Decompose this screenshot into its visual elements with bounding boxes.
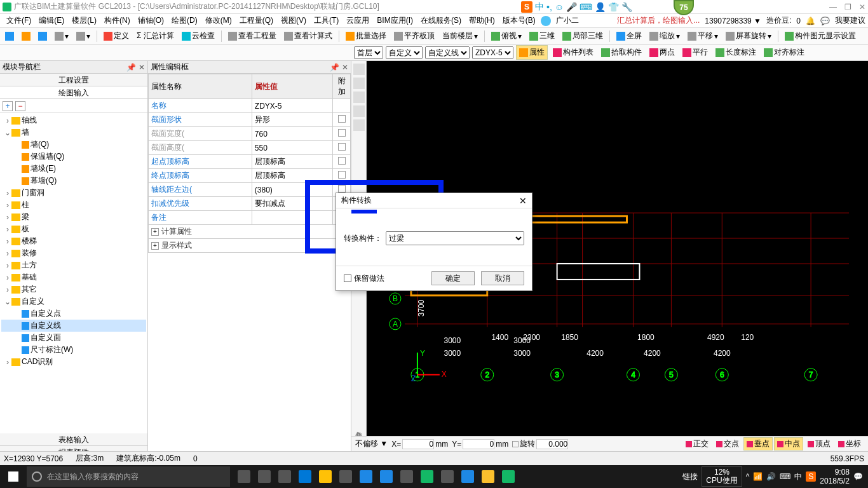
tree-item[interactable]: ›轴线 xyxy=(1,114,146,126)
zoom-button[interactable]: 缩放▾ xyxy=(647,29,682,43)
menu-view[interactable]: 视图(V) xyxy=(277,15,310,26)
task-view-icon[interactable] xyxy=(235,468,253,485)
property-table[interactable]: 属性名称 属性值 附加 名称ZDYX-5截面形状异形截面宽度(760截面高度(5… xyxy=(148,74,351,253)
y-input[interactable] xyxy=(463,439,494,449)
prop-value[interactable]: (380) xyxy=(252,183,332,197)
tree-item[interactable]: ›土方 xyxy=(1,259,146,271)
component-list-button[interactable]: 构件列表 xyxy=(550,46,596,59)
ime-punct-icon[interactable]: •, xyxy=(546,2,552,12)
snap-intersect[interactable]: 交点 xyxy=(713,437,742,451)
snap-perp[interactable]: 垂点 xyxy=(743,437,773,451)
ime-shirt-icon[interactable]: 👕 xyxy=(608,2,619,12)
define-button[interactable]: 定义 xyxy=(101,29,132,43)
tree-item[interactable]: 自定义线 xyxy=(1,320,146,332)
menu-quantity[interactable]: 工程量(Q) xyxy=(236,15,277,26)
open-button[interactable] xyxy=(19,30,33,42)
taskbar-folder[interactable] xyxy=(316,468,334,485)
tree-item[interactable]: 自定义面 xyxy=(1,332,146,344)
phone-number[interactable]: 13907298339 ▼ xyxy=(705,17,761,25)
undo-button[interactable]: ▾ xyxy=(52,30,71,42)
tree-item[interactable]: ›板 xyxy=(1,223,146,235)
sum-calc-button[interactable]: Σ 汇总计算 xyxy=(134,29,177,43)
tree-item[interactable]: ›装修 xyxy=(1,247,146,259)
ime-user-icon[interactable]: 👤 xyxy=(595,2,606,12)
cloud-check-button[interactable]: 云检查 xyxy=(179,29,217,43)
keep-method-checkbox[interactable] xyxy=(344,274,351,282)
cancel-button[interactable]: 取消 xyxy=(481,271,524,285)
suggest-button[interactable]: 我要建议 xyxy=(835,15,865,26)
start-button[interactable] xyxy=(0,465,27,488)
taskbar-store[interactable] xyxy=(337,468,355,485)
cpu-monitor[interactable]: 12%CPU使用 xyxy=(702,466,742,487)
tray-ime[interactable]: 中 xyxy=(794,471,802,482)
menu-help[interactable]: 帮助(H) xyxy=(465,15,499,26)
tree-item[interactable]: 幕墙(Q) xyxy=(1,175,146,187)
floor-select[interactable]: 首层 xyxy=(354,46,383,59)
vtool-2[interactable] xyxy=(353,78,365,89)
prop-checkbox[interactable] xyxy=(338,115,346,123)
tree-item[interactable]: ›门窗洞 xyxy=(1,187,146,199)
tray-clock[interactable]: 9:082018/5/2 xyxy=(820,468,850,486)
tree-item[interactable]: 尺寸标注(W) xyxy=(1,344,146,356)
tree-item[interactable]: ›楼梯 xyxy=(1,235,146,247)
pick-component-button[interactable]: 拾取构件 xyxy=(599,46,644,59)
tree-item[interactable]: 保温墙(Q) xyxy=(1,151,146,163)
tree-item[interactable]: ›基础 xyxy=(1,271,146,283)
tree-item[interactable]: 墙垛(E) xyxy=(1,163,146,175)
bell-icon[interactable]: 🔔 xyxy=(806,17,815,25)
minimize-button[interactable]: — xyxy=(829,3,837,11)
prop-value[interactable]: 异形 xyxy=(252,113,332,127)
pin-icon[interactable]: 📌 xyxy=(330,63,339,72)
vtool-3[interactable] xyxy=(353,92,365,103)
menu-floor[interactable]: 楼层(L) xyxy=(68,15,100,26)
tray-volume-icon[interactable]: 🔊 xyxy=(766,472,776,481)
prop-value[interactable]: 要扣减点 xyxy=(252,197,332,211)
view-quantity-button[interactable]: 查看工程量 xyxy=(226,29,279,43)
tray-notification-icon[interactable]: 💬 xyxy=(853,472,863,481)
menu-cloud[interactable]: 云应用 xyxy=(342,15,373,26)
prop-checkbox[interactable] xyxy=(338,143,346,151)
taskbar-edge[interactable] xyxy=(296,468,314,485)
vtool-5[interactable] xyxy=(353,119,365,131)
ime-emoji-icon[interactable]: ☺ xyxy=(555,2,564,12)
menu-tool[interactable]: 工具(T) xyxy=(310,15,342,26)
prop-value[interactable]: 550 xyxy=(252,141,332,155)
tree-item[interactable]: 墙(Q) xyxy=(1,139,146,151)
taskbar-app-2[interactable] xyxy=(276,468,294,485)
tree-item[interactable]: ›其它 xyxy=(1,283,146,295)
snap-vertex[interactable]: 顶点 xyxy=(804,437,834,451)
taskbar-ie[interactable] xyxy=(377,468,395,485)
id-select[interactable]: ZDYX-5 xyxy=(472,46,513,59)
menu-draw[interactable]: 绘图(D) xyxy=(168,15,201,26)
prop-checkbox[interactable] xyxy=(338,171,346,179)
taskbar-app-6[interactable] xyxy=(459,468,477,485)
taskbar-app-4[interactable] xyxy=(418,468,436,485)
type-select[interactable]: 自定义线 xyxy=(425,46,470,59)
align-dim-button[interactable]: 对齐标注 xyxy=(761,46,807,59)
redo-button[interactable]: ▾ xyxy=(74,30,93,42)
prop-value[interactable] xyxy=(252,211,332,225)
tree-item[interactable]: ⌄自定义 xyxy=(1,295,146,308)
ime-mic-icon[interactable]: 🎤 xyxy=(566,2,577,12)
prop-checkbox[interactable] xyxy=(338,129,346,137)
current-floor-button[interactable]: 当前楼层▾ xyxy=(440,29,480,43)
menu-axis[interactable]: 辅轴(O) xyxy=(134,15,168,26)
menu-online[interactable]: 在线服务(S) xyxy=(417,15,465,26)
tray-keyboard-icon[interactable]: ⌨ xyxy=(780,472,790,481)
tray-network-icon[interactable]: 📶 xyxy=(753,472,763,481)
batch-select-button[interactable]: 批量选择 xyxy=(343,29,389,43)
x-input[interactable] xyxy=(402,439,434,449)
3d-view-button[interactable]: 三维 xyxy=(527,29,557,43)
prop-value[interactable]: 层顶标高 xyxy=(252,169,332,183)
pan-button[interactable]: 平移▾ xyxy=(685,29,721,43)
tree-item[interactable]: ›梁 xyxy=(1,211,146,223)
ok-button[interactable]: 确定 xyxy=(431,271,475,285)
menu-modify[interactable]: 修改(M) xyxy=(201,15,236,26)
menu-bim[interactable]: BIM应用(I) xyxy=(373,15,417,26)
length-dim-button[interactable]: 长度标注 xyxy=(713,46,759,59)
menu-component[interactable]: 构件(N) xyxy=(100,15,134,26)
close-panel-icon[interactable]: ✕ xyxy=(139,63,145,72)
search-box[interactable]: 在这里输入你要搜索的内容 xyxy=(27,466,230,487)
local-3d-button[interactable]: 局部三维 xyxy=(560,29,606,43)
tree-item[interactable]: ›CAD识别 xyxy=(1,356,146,368)
